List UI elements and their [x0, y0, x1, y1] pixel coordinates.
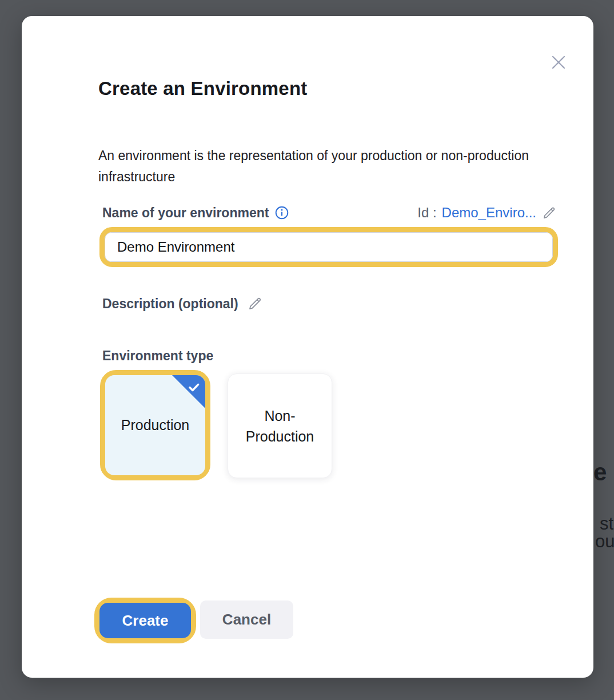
environment-id-group: Id : Demo_Enviro... [417, 205, 557, 221]
highlight-ring-name-input [99, 227, 558, 267]
card-label: Production [121, 417, 190, 433]
screen: { "modal": { "title": "Create an Environ… [0, 0, 614, 700]
description-field-header: Description (optional) [102, 296, 263, 312]
info-icon[interactable] [275, 206, 289, 220]
environment-id-link[interactable]: Demo_Enviro... [442, 205, 536, 221]
cutoff-text-fragment: e [593, 459, 607, 486]
create-button[interactable]: Create [99, 603, 191, 638]
close-icon [549, 53, 568, 72]
create-environment-dialog: Create an Environment An environment is … [22, 16, 593, 678]
highlight-ring-production-card: Production [100, 370, 210, 480]
close-button[interactable] [548, 51, 569, 73]
name-field-header: Name of your environment Id : Demo_Envir… [102, 205, 557, 221]
environment-type-card-non-production[interactable]: Non-Production [228, 373, 332, 478]
cutoff-text-fragment: ou [595, 531, 614, 552]
card-label: Non-Production [244, 405, 316, 447]
dialog-description: An environment is the representation of … [98, 145, 535, 188]
cancel-button[interactable]: Cancel [200, 600, 293, 639]
environment-name-input[interactable] [105, 232, 553, 262]
checkmark-icon [186, 379, 202, 399]
dialog-title: Create an Environment [98, 78, 307, 100]
description-field-label: Description (optional) [102, 296, 238, 312]
edit-id-pencil-icon[interactable] [541, 205, 557, 221]
id-prefix-label: Id : [417, 205, 436, 221]
name-label-group: Name of your environment [102, 205, 289, 221]
highlight-ring-create-button: Create [94, 598, 196, 643]
name-field-label: Name of your environment [102, 205, 269, 221]
environment-type-label: Environment type [102, 348, 213, 364]
edit-description-pencil-icon[interactable] [247, 296, 263, 312]
selected-corner-flag [172, 375, 205, 408]
environment-type-card-production[interactable]: Production [105, 375, 205, 475]
